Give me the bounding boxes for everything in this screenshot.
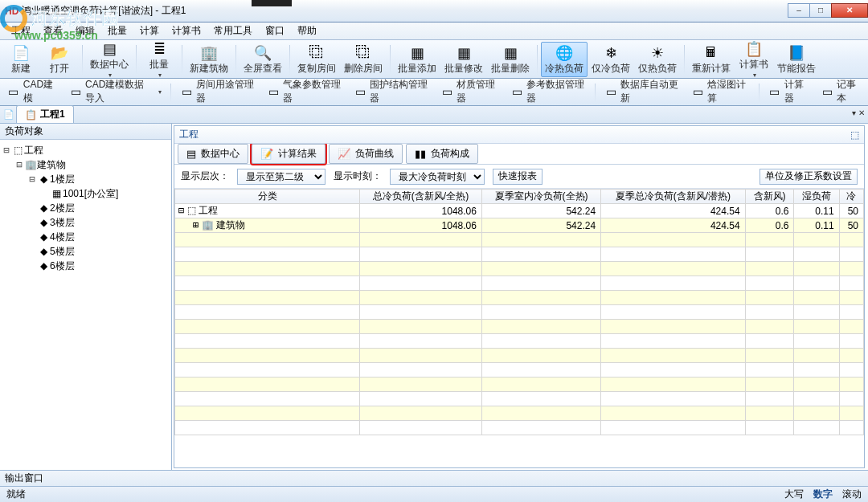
tree-node-icon: ⬚: [11, 145, 24, 156]
status-text: 就绪: [6, 488, 26, 501]
level-select[interactable]: 显示至第二级: [237, 169, 326, 185]
tool-label: 仅冷负荷: [592, 62, 630, 76]
doc-list-icon[interactable]: 📄: [3, 109, 14, 120]
tool-批量添加[interactable]: ▦批量添加: [394, 42, 440, 77]
tool-批量修改[interactable]: ▦批量修改: [440, 42, 487, 77]
tree-node[interactable]: ◆4楼层: [2, 230, 170, 244]
计算器-icon: ▭: [768, 84, 781, 99]
table-row-empty: [175, 233, 864, 247]
table-row-empty: [175, 392, 864, 406]
tool-节能报告[interactable]: 📘节能报告: [773, 42, 820, 77]
grid-category-cell[interactable]: ⊟ ⬚ 工程: [175, 204, 360, 218]
tree-node[interactable]: ▦1001[办公室]: [2, 186, 170, 201]
tool-CAD建模数据导入[interactable]: ▭CAD建模数据导入▾: [63, 80, 167, 103]
tool-重新计算[interactable]: 🖩重新计算: [688, 42, 735, 77]
table-row-empty: [175, 334, 864, 349]
grid-category-cell[interactable]: ⊞ 🏢 建筑物: [175, 218, 360, 233]
tree-node[interactable]: ◆5楼层: [2, 244, 170, 259]
menu-item[interactable]: 计算: [133, 24, 166, 38]
minimize-button[interactable]: –: [788, 3, 810, 18]
tree-node[interactable]: ⊟◆1楼层: [2, 172, 170, 186]
tool-参考数据管理器[interactable]: ▭参考数据管理器: [505, 80, 592, 103]
grid-header[interactable]: 总冷负荷(含新风/全热): [360, 190, 482, 204]
tree-twisty-icon[interactable]: ⊟: [27, 173, 37, 185]
subtab-负荷曲线[interactable]: 📈负荷曲线: [329, 144, 403, 164]
tool-计算书[interactable]: 📋计算书▾: [735, 42, 773, 77]
title-bar: HD 鸿业暖通空调负荷计算[谐波法] - 工程1 – □ ✕: [0, 0, 868, 22]
tool-仅热负荷[interactable]: ☀仅热负荷: [634, 42, 681, 77]
time-select[interactable]: 最大冷负荷时刻: [390, 169, 485, 185]
tool-批量删除[interactable]: ▦批量删除: [487, 42, 534, 77]
menu-item[interactable]: 工程: [5, 24, 37, 38]
tool-打开[interactable]: 📂打开: [40, 42, 79, 77]
subtab-icon: ▤: [186, 148, 196, 160]
subtab-计算结果[interactable]: 📝计算结果: [252, 144, 326, 164]
tool-删除房间[interactable]: ⿻删除房间: [340, 42, 387, 77]
tool-复制房间[interactable]: ⿻复制房间: [293, 42, 340, 77]
subtab-负荷构成[interactable]: ▮▮负荷构成: [406, 144, 478, 164]
menu-item[interactable]: 常用工具: [207, 24, 259, 38]
复制房间-icon: ⿻: [308, 44, 326, 62]
批量添加-icon: ▦: [408, 44, 426, 62]
subtab-数据中心[interactable]: ▤数据中心: [178, 144, 248, 164]
grid-header[interactable]: 湿负荷: [794, 190, 839, 204]
menu-item[interactable]: 查看: [37, 24, 69, 38]
tool-围护结构管理器[interactable]: ▭围护结构管理器: [348, 80, 435, 103]
quick-report-button[interactable]: 快速报表: [493, 169, 542, 185]
tree-node[interactable]: ⊟⬚工程: [2, 143, 170, 157]
grid-cell: 424.54: [601, 218, 746, 233]
tool-记事本[interactable]: ▭记事本: [816, 80, 869, 103]
tool-冷热负荷[interactable]: 🌐冷热负荷: [541, 42, 588, 77]
menu-item[interactable]: 编辑: [69, 24, 101, 38]
menu-item[interactable]: 计算书: [166, 24, 207, 38]
output-pane-header[interactable]: 输出窗口: [0, 470, 868, 486]
tool-新建[interactable]: 📄新建: [2, 42, 40, 77]
grid-header[interactable]: 分类: [175, 190, 360, 204]
tool-房间用途管理器[interactable]: ▭房间用途管理器: [174, 80, 261, 103]
document-tab[interactable]: 📋 工程1: [16, 105, 74, 123]
tool-计算器[interactable]: ▭计算器: [763, 80, 816, 103]
menu-item[interactable]: 批量: [101, 24, 133, 38]
tool-label: 气象参数管理器: [283, 78, 342, 105]
header-options-icon[interactable]: ⬚: [850, 129, 859, 141]
tool-批量[interactable]: ≣批量▾: [140, 42, 178, 77]
table-row[interactable]: ⊞ 🏢 建筑物1048.06542.24424.540.60.1150: [175, 218, 864, 233]
table-row[interactable]: ⊟ ⬚ 工程1048.06542.24424.540.60.1150: [175, 204, 864, 218]
tool-材质管理器[interactable]: ▭材质管理器: [435, 80, 505, 103]
maximize-button[interactable]: □: [809, 3, 832, 18]
tool-label: 参考数据管理器: [526, 78, 586, 105]
grid-header[interactable]: 夏季总冷负荷(含新风/潜热): [601, 190, 746, 204]
tree-node-icon: ◆: [37, 246, 50, 257]
仅冷负荷-icon: ❄: [602, 44, 620, 62]
table-row-empty: [175, 276, 864, 291]
tool-仅冷负荷[interactable]: ❄仅冷负荷: [588, 42, 634, 77]
result-grid[interactable]: 分类总冷负荷(含新风/全热)夏季室内冷负荷(全热)夏季总冷负荷(含新风/潜热)含…: [174, 189, 864, 467]
menu-item[interactable]: 帮助: [291, 24, 323, 38]
tool-焓湿图计算[interactable]: ▭焓湿图计算: [686, 80, 755, 103]
批量修改-icon: ▦: [455, 44, 473, 62]
grid-header[interactable]: 冷: [839, 190, 863, 204]
tree-twisty-icon[interactable]: ⊟: [14, 159, 24, 170]
grid-cell: 50: [839, 218, 863, 233]
tree-node-label: 4楼层: [50, 231, 75, 244]
tool-数据中心[interactable]: ▤数据中心▾: [86, 42, 133, 77]
tree-node[interactable]: ◆6楼层: [2, 259, 170, 273]
unit-settings-button[interactable]: 单位及修正系数设置: [760, 169, 858, 185]
tree-node-icon: ◆: [37, 231, 50, 243]
tool-气象参数管理器[interactable]: ▭气象参数管理器: [261, 80, 348, 103]
tree-node[interactable]: ◆3楼层: [2, 215, 170, 230]
tool-CAD建模[interactable]: ▭CAD建模: [2, 80, 63, 103]
tool-数据库自动更新[interactable]: ▭数据库自动更新: [599, 80, 686, 103]
tree-node[interactable]: ⊟🏢建筑物: [2, 157, 170, 172]
tree-node[interactable]: ◆2楼层: [2, 201, 170, 215]
grid-header[interactable]: 含新风): [745, 190, 794, 204]
grid-header[interactable]: 夏季室内冷负荷(全热): [481, 190, 600, 204]
tool-全屏查看[interactable]: 🔍全屏查看: [240, 42, 286, 77]
tool-label: 新建: [11, 62, 31, 76]
object-tree[interactable]: ⊟⬚工程⊟🏢建筑物⊟◆1楼层▦1001[办公室]◆2楼层◆3楼层◆4楼层◆5楼层…: [0, 140, 171, 470]
close-button[interactable]: ✕: [831, 3, 868, 18]
tool-新建筑物[interactable]: 🏢新建筑物: [186, 42, 232, 77]
menu-item[interactable]: 窗口: [259, 24, 291, 38]
tab-options-icon[interactable]: ▾ ✕: [852, 108, 865, 117]
tree-twisty-icon[interactable]: ⊟: [2, 145, 11, 156]
